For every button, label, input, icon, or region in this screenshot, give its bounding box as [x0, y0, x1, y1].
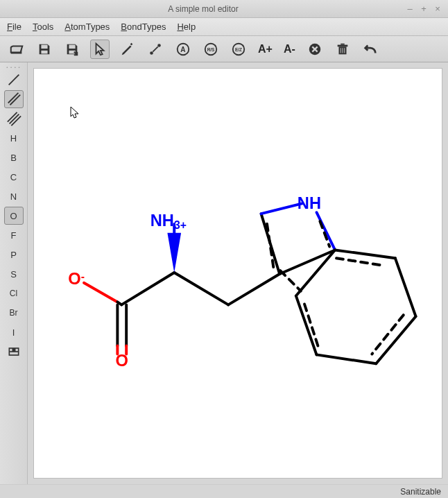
- nh-label: NH: [298, 194, 321, 212]
- atom-a-icon[interactable]: A: [173, 40, 193, 59]
- svg-line-50: [296, 250, 335, 295]
- drawing-canvas[interactable]: O- O NH3+ NH: [33, 68, 442, 479]
- window-title: A simple mol editor: [6, 4, 401, 14]
- element-br[interactable]: Br: [4, 304, 24, 322]
- element-c[interactable]: C: [4, 168, 24, 186]
- o-minus-label: O-: [68, 270, 85, 288]
- svg-line-42: [261, 203, 302, 214]
- menu-help[interactable]: Help: [177, 22, 196, 32]
- pencil-icon[interactable]: [118, 40, 137, 59]
- element-i[interactable]: I: [4, 323, 24, 341]
- molecule-svg: O- O NH3+ NH: [34, 69, 442, 478]
- ez-icon[interactable]: E/Z: [229, 40, 248, 59]
- rs-icon[interactable]: R/S: [201, 40, 221, 59]
- svg-line-46: [395, 258, 416, 316]
- svg-point-4: [150, 51, 153, 55]
- svg-line-6: [153, 46, 157, 51]
- periodic-table-icon[interactable]: [4, 343, 24, 361]
- saveas-icon[interactable]: [62, 40, 82, 59]
- svg-rect-16: [341, 43, 345, 44]
- element-f[interactable]: F: [4, 226, 24, 244]
- element-cl[interactable]: Cl: [4, 284, 24, 302]
- svg-text:R/S: R/S: [207, 46, 215, 51]
- nh3-label: NH3+: [150, 212, 187, 231]
- svg-rect-15: [337, 44, 347, 46]
- main-area: • • • • H B C N O F P S Cl Br I: [0, 62, 448, 484]
- menubar: File Tools AtomTypes BondTypes Help: [0, 18, 448, 36]
- maximize-button[interactable]: +: [419, 4, 429, 14]
- svg-line-49: [296, 296, 317, 355]
- svg-rect-1: [41, 50, 47, 53]
- svg-rect-2: [69, 44, 75, 49]
- svg-line-44: [279, 250, 335, 274]
- svg-line-45: [335, 250, 395, 258]
- menu-atomtypes[interactable]: AtomTypes: [64, 22, 110, 32]
- svg-line-36: [121, 273, 174, 304]
- close-button[interactable]: ×: [433, 4, 442, 14]
- element-h[interactable]: H: [4, 129, 24, 147]
- svg-line-37: [174, 273, 228, 304]
- element-o[interactable]: O: [4, 207, 24, 225]
- svg-text:E/Z: E/Z: [235, 46, 242, 51]
- bond-tool-icon[interactable]: [146, 40, 165, 59]
- menu-file[interactable]: File: [7, 22, 21, 32]
- remove-atom-icon[interactable]: [305, 40, 325, 59]
- canvas-area: O- O NH3+ NH: [28, 62, 448, 484]
- increase-size-button[interactable]: A+: [257, 40, 274, 59]
- svg-rect-0: [41, 44, 47, 49]
- save-icon[interactable]: [35, 40, 54, 59]
- menu-tools[interactable]: Tools: [33, 22, 53, 32]
- svg-rect-27: [10, 349, 12, 351]
- trash-icon[interactable]: [333, 40, 352, 59]
- svg-point-5: [157, 44, 161, 47]
- o-dbl-label: O: [115, 352, 128, 370]
- undo-icon[interactable]: [361, 40, 380, 59]
- minimize-button[interactable]: –: [405, 4, 415, 14]
- decrease-size-button[interactable]: A-: [282, 40, 297, 59]
- status-text: Sanitizable: [400, 487, 441, 497]
- element-n[interactable]: N: [4, 187, 24, 205]
- toolbar: A R/S E/Z A+ A-: [0, 36, 448, 62]
- toolbar-grip[interactable]: • • • •: [3, 65, 24, 69]
- svg-line-30: [84, 283, 117, 302]
- single-bond-icon[interactable]: [4, 71, 24, 89]
- svg-rect-28: [15, 349, 17, 351]
- cursor-icon[interactable]: [90, 40, 110, 59]
- triple-bond-icon[interactable]: [4, 110, 24, 128]
- element-b[interactable]: B: [4, 148, 24, 166]
- svg-text:A: A: [180, 45, 186, 53]
- svg-line-53: [336, 258, 385, 266]
- svg-line-20: [8, 75, 19, 85]
- svg-marker-39: [167, 233, 181, 273]
- titlebar: A simple mol editor – + ×: [0, 0, 448, 18]
- svg-line-56: [280, 271, 301, 291]
- folder-open-icon[interactable]: [7, 40, 26, 59]
- double-bond-icon[interactable]: [4, 90, 24, 108]
- menu-bondtypes[interactable]: BondTypes: [121, 22, 166, 32]
- svg-line-48: [316, 354, 376, 363]
- svg-line-38: [228, 274, 279, 304]
- statusbar: Sanitizable: [0, 484, 448, 498]
- side-toolbar: • • • • H B C N O F P S Cl Br I: [0, 62, 28, 484]
- element-s[interactable]: S: [4, 265, 24, 283]
- svg-rect-29: [10, 352, 18, 354]
- element-p[interactable]: P: [4, 246, 24, 264]
- svg-line-43: [316, 212, 335, 250]
